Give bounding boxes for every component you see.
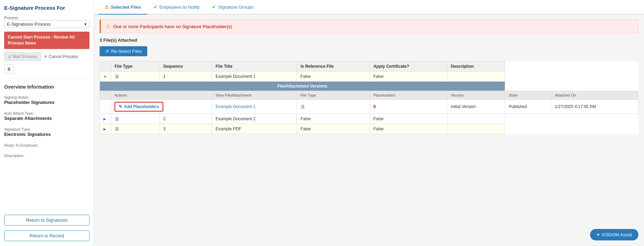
- overview-title: Overview Information: [4, 84, 89, 90]
- error-banner-text: One or more Participants have no Signatu…: [113, 24, 232, 29]
- sub-attached-on: Attached On: [551, 91, 638, 100]
- divider-1: [4, 79, 89, 79]
- col-sequence: Sequence: [159, 62, 212, 72]
- col-file-type: File Type: [111, 62, 160, 72]
- reselect-label: Re-Select Files: [111, 49, 142, 54]
- collapse-right-icon-3[interactable]: ▶: [103, 127, 106, 131]
- version-file-type: 🗎: [297, 100, 370, 114]
- row1-file-title: Example Document 1: [212, 72, 297, 82]
- content-area: ⚠ One or more Participants have no Signa…: [94, 15, 644, 246]
- row3-description: [447, 124, 505, 134]
- col-file-title: File Title: [212, 62, 297, 72]
- version-state: Published: [505, 100, 551, 114]
- versions-subheader-row: Actions View File/Attachment File Type P…: [100, 91, 638, 100]
- files-attached-text: 3 File(s) Attached: [100, 38, 638, 43]
- version-attached-on: 1/27/2025 4:17:05 PM: [551, 100, 638, 114]
- add-placeholders-button[interactable]: ✎ Add Placeholders: [115, 102, 163, 112]
- version-file-link[interactable]: Example Document 1: [215, 104, 256, 109]
- version-row: ✎ Add Placeholders Example Document 1 🗎 …: [100, 100, 638, 114]
- sub-file-type: File Type: [297, 91, 370, 100]
- cancel-process-button[interactable]: ✕ Cancel Process: [44, 54, 78, 59]
- collapse-right-icon[interactable]: ▶: [103, 117, 106, 121]
- version-action: ✎ Add Placeholders: [111, 100, 212, 114]
- tabs-bar: ⚠ Selected Files ✔ Employees to Notify ✔…: [94, 0, 644, 15]
- row3-file-type: 🗎: [111, 124, 160, 134]
- sub-state: State: [505, 91, 551, 100]
- version-placeholders: 0: [370, 100, 447, 114]
- tab-warn-icon: ⚠: [104, 4, 109, 10]
- col-apply-cert: Apply Certificate?: [370, 62, 447, 72]
- files-table: File Type Sequence File Title Is Referen…: [100, 61, 638, 134]
- process-label: Process: [4, 16, 89, 20]
- row3-file-title: Example PDF: [212, 124, 297, 134]
- return-signatures-button[interactable]: Return to Signatures: [4, 215, 89, 226]
- dropdown-arrow-icon: ▾: [84, 22, 87, 27]
- reselect-files-button[interactable]: ↺ Re-Select Files: [100, 46, 147, 56]
- row3-expand[interactable]: ▶: [100, 124, 111, 134]
- error-box: Cannot Start Process - Review All Proces…: [4, 32, 89, 49]
- add-placeholder-icon: ✎: [119, 104, 122, 109]
- signature-type-label: Signature Type:: [4, 127, 89, 131]
- reselect-icon: ↺: [105, 49, 109, 54]
- row3-sequence: 3: [159, 124, 212, 134]
- version-link: Example Document 1: [212, 100, 297, 114]
- add-placeholder-label: Add Placeholders: [124, 104, 159, 109]
- main-content: ⚠ Selected Files ✔ Employees to Notify ✔…: [94, 0, 644, 246]
- table-row: ▼ 🗎 1 Example Document 1 False False: [100, 72, 638, 82]
- sidebar: E-Signature Process For Process E-Signat…: [0, 0, 94, 246]
- process-value: E-Signatures Process: [7, 22, 51, 27]
- sub-view: View File/Attachment: [212, 91, 297, 100]
- tab-signature-groups-label: Signature Groups: [218, 5, 253, 10]
- file-type-icon-2: 🗎: [115, 116, 119, 122]
- error-banner-icon: ⚠: [106, 23, 110, 30]
- return-record-button[interactable]: Return to Record: [4, 230, 89, 241]
- row2-expand[interactable]: ▶: [100, 114, 111, 124]
- sub-actions: Actions: [111, 91, 212, 100]
- files-count: 3: [100, 38, 102, 43]
- row2-file-title: Example Document 2: [212, 114, 297, 124]
- auto-attach-label: Auto Attach Type:: [4, 111, 89, 115]
- action-icon: ⧖: [7, 66, 11, 72]
- visdom-assist-button[interactable]: ✦ VISDOM Assist: [590, 229, 638, 240]
- row1-description: [447, 72, 505, 82]
- versions-header-row: File/Attachment Versions: [100, 82, 638, 91]
- reply-to-label: Reply-To Employee:: [4, 143, 89, 147]
- signature-type-value: Electronic Signatures: [4, 132, 89, 137]
- versions-header-text: File/Attachment Versions: [100, 82, 505, 91]
- row3-apply-cert: False: [370, 124, 447, 134]
- file-type-icon: 🗎: [115, 74, 119, 79]
- process-dropdown[interactable]: E-Signatures Process ▾: [4, 20, 89, 28]
- sub-placeholders: Placeholders: [370, 91, 447, 100]
- sub-empty: [100, 91, 111, 100]
- error-banner: ⚠ One or more Participants have no Signa…: [100, 19, 638, 33]
- action-icon-box[interactable]: ⧖: [4, 64, 14, 74]
- tab-employees-label: Employees to Notify: [159, 5, 200, 10]
- description-label: Description:: [4, 154, 89, 158]
- col-expand: [100, 62, 111, 72]
- tab-ok-icon-2: ✔: [212, 4, 216, 10]
- tab-selected-files[interactable]: ⚠ Selected Files: [98, 0, 147, 15]
- row1-expand[interactable]: ▼: [100, 72, 111, 82]
- row2-sequence: 2: [159, 114, 212, 124]
- version-empty: [100, 100, 111, 114]
- row2-file-type: 🗎: [111, 114, 160, 124]
- tab-signature-groups[interactable]: ✔ Signature Groups: [206, 0, 260, 15]
- col-description: Description: [447, 62, 505, 72]
- row2-apply-cert: False: [370, 114, 447, 124]
- row1-sequence: 1: [159, 72, 212, 82]
- start-process-button[interactable]: ⧖ Start Process: [4, 52, 41, 61]
- sub-version: Version: [447, 91, 505, 100]
- cancel-icon: ✕: [44, 54, 47, 59]
- tab-employees-to-notify[interactable]: ✔ Employees to Notify: [147, 0, 206, 15]
- table-row: ▶ 🗎 3 Example PDF False False: [100, 124, 638, 134]
- signing-action-label: Signing Action:: [4, 95, 89, 99]
- file-type-icon-3: 🗎: [115, 126, 119, 132]
- auto-attach-value: Separate Attachments: [4, 116, 89, 121]
- collapse-down-icon[interactable]: ▼: [103, 75, 107, 79]
- row1-is-reference: False: [297, 72, 370, 82]
- tab-selected-files-label: Selected Files: [111, 5, 141, 10]
- sidebar-title: E-Signature Process For: [4, 5, 89, 11]
- row1-apply-cert: False: [370, 72, 447, 82]
- files-label: File(s) Attached: [103, 38, 137, 43]
- sidebar-actions: ⧖ Start Process ✕ Cancel Process: [4, 52, 89, 61]
